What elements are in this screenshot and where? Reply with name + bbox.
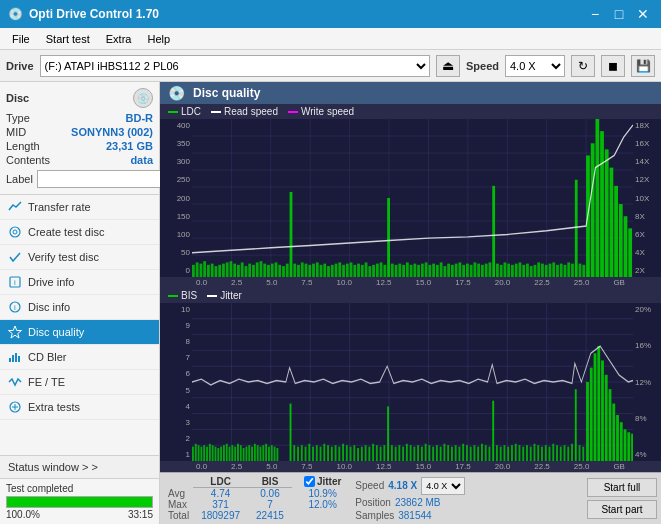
label-input[interactable]: [37, 170, 172, 188]
svg-rect-282: [601, 360, 604, 461]
svg-rect-200: [293, 445, 295, 461]
svg-rect-57: [282, 266, 285, 277]
svg-rect-195: [268, 447, 270, 461]
svg-rect-9: [15, 353, 17, 362]
svg-rect-263: [530, 447, 532, 461]
sidebar-item-disc-info[interactable]: i Disc info: [0, 295, 159, 320]
svg-rect-69: [327, 266, 330, 277]
write-speed-legend-color: [288, 111, 298, 113]
svg-rect-107: [470, 265, 473, 277]
svg-rect-95: [425, 262, 428, 277]
fe-te-label: FE / TE: [28, 376, 65, 388]
svg-rect-231: [410, 445, 412, 461]
eject-button[interactable]: ⏏: [436, 55, 460, 77]
svg-rect-270: [556, 445, 558, 461]
type-value: BD-R: [126, 112, 154, 124]
svg-rect-144: [614, 186, 618, 277]
contents-value: data: [130, 154, 153, 166]
menu-help[interactable]: Help: [139, 31, 178, 47]
disc-panel: Disc 💿 Type BD-R MID SONYNN3 (002) Lengt…: [0, 82, 159, 195]
svg-rect-41: [222, 264, 225, 277]
svg-rect-269: [552, 444, 554, 461]
speed-dropdown[interactable]: 4.0 X: [421, 477, 465, 495]
speed-label: Speed: [466, 60, 499, 72]
svg-rect-186: [243, 448, 245, 461]
svg-rect-262: [526, 445, 528, 461]
status-window-button[interactable]: Status window > >: [0, 456, 159, 479]
start-full-button[interactable]: Start full: [587, 478, 657, 497]
sidebar-item-create-test-disc[interactable]: Create test disc: [0, 220, 159, 245]
svg-rect-71: [335, 264, 338, 277]
disc-icon: 💿: [133, 88, 153, 108]
sidebar-item-transfer-rate[interactable]: Transfer rate: [0, 195, 159, 220]
svg-rect-51: [260, 261, 263, 277]
max-ldc: 371: [193, 499, 248, 510]
drive-select[interactable]: (F:) ATAPI iHBS112 2 PL06: [40, 55, 430, 77]
svg-rect-252: [489, 447, 491, 461]
svg-rect-250: [481, 444, 483, 461]
svg-rect-201: [297, 447, 299, 461]
transfer-rate-icon: [8, 200, 22, 214]
svg-rect-88: [398, 264, 401, 277]
bottom-chart-legend: BIS Jitter: [160, 288, 661, 303]
maximize-button[interactable]: □: [609, 4, 629, 24]
extra-tests-icon: [8, 400, 22, 414]
sidebar-item-verify-test-disc[interactable]: Verify test disc: [0, 245, 159, 270]
svg-rect-59: [290, 192, 293, 277]
svg-rect-268: [549, 447, 551, 461]
svg-rect-83: [380, 262, 383, 277]
sidebar-item-fe-te[interactable]: FE / TE: [0, 370, 159, 395]
drive-info-label: Drive info: [28, 276, 74, 288]
svg-rect-215: [350, 447, 352, 461]
svg-rect-187: [245, 447, 247, 461]
app-icon: 💿: [8, 7, 23, 21]
jitter-checkbox[interactable]: [304, 476, 315, 487]
menu-starttest[interactable]: Start test: [38, 31, 98, 47]
status-window-label: Status window > >: [8, 461, 98, 473]
start-part-button[interactable]: Start part: [587, 500, 657, 519]
minimize-button[interactable]: −: [585, 4, 605, 24]
menu-extra[interactable]: Extra: [98, 31, 140, 47]
svg-rect-223: [380, 447, 382, 461]
close-button[interactable]: ✕: [633, 4, 653, 24]
svg-rect-239: [440, 447, 442, 461]
svg-rect-267: [545, 445, 547, 461]
svg-rect-122: [526, 264, 529, 277]
svg-rect-146: [624, 216, 628, 277]
sidebar-item-extra-tests[interactable]: Extra tests: [0, 395, 159, 420]
svg-rect-193: [262, 445, 264, 461]
svg-rect-109: [477, 264, 480, 277]
svg-rect-86: [391, 264, 394, 277]
svg-rect-100: [443, 266, 446, 277]
svg-rect-87: [395, 265, 398, 277]
svg-rect-284: [609, 389, 612, 461]
sidebar-item-disc-quality[interactable]: Disc quality: [0, 320, 159, 345]
svg-rect-92: [413, 264, 416, 277]
content-header: 💿 Disc quality: [160, 82, 661, 104]
bis-legend-label: BIS: [181, 290, 197, 301]
save-button[interactable]: 💾: [631, 55, 655, 77]
svg-rect-236: [428, 445, 430, 461]
svg-rect-253: [492, 401, 494, 461]
refresh-button[interactable]: ↻: [571, 55, 595, 77]
sidebar-item-cd-bler[interactable]: CD Bler: [0, 345, 159, 370]
svg-rect-196: [271, 445, 273, 461]
status-progress-area: Test completed 100.0% 33:15: [0, 479, 159, 524]
bottom-chart-svg: [192, 303, 633, 461]
svg-rect-56: [278, 265, 281, 277]
disc-info-icon: i: [8, 300, 22, 314]
bottom-chart: 10987654321: [160, 303, 661, 461]
svg-rect-214: [346, 445, 348, 461]
svg-rect-103: [455, 264, 458, 277]
total-label: Total: [164, 510, 193, 521]
sidebar-item-drive-info[interactable]: i Drive info: [0, 270, 159, 295]
svg-rect-278: [586, 382, 589, 461]
svg-rect-222: [376, 445, 378, 461]
label-label: Label: [6, 173, 33, 185]
svg-rect-91: [410, 265, 413, 277]
svg-rect-38: [211, 264, 214, 277]
speed-select[interactable]: 4.0 X 1.0 X 2.0 X 8.0 X: [505, 55, 565, 77]
mid-value: SONYNN3 (002): [71, 126, 153, 138]
menu-file[interactable]: File: [4, 31, 38, 47]
stop-button[interactable]: ◼: [601, 55, 625, 77]
